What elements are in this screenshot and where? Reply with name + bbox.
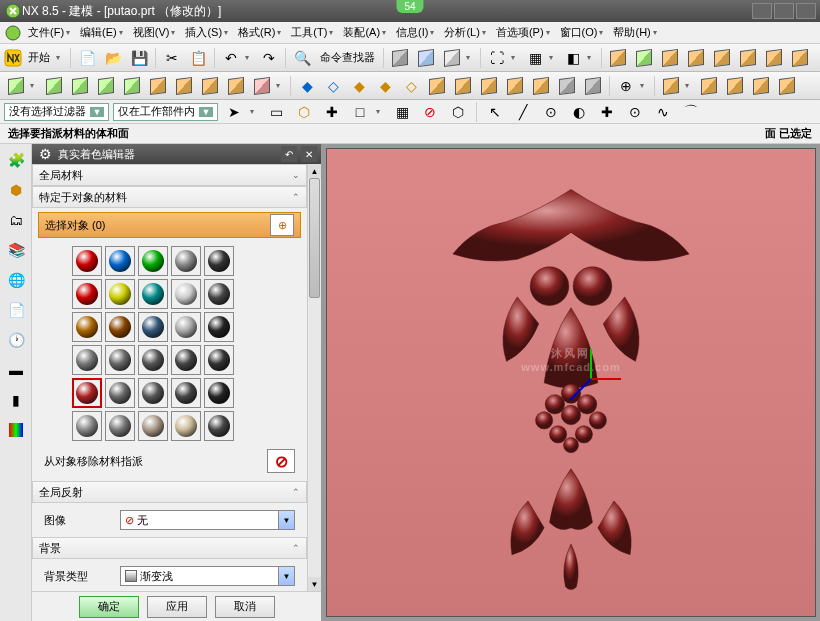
resource-constraint-icon[interactable]: ⬢ bbox=[2, 176, 30, 204]
start-dropdown[interactable]: ▾ bbox=[56, 53, 66, 62]
feat8-icon[interactable] bbox=[788, 46, 812, 70]
material-swatch[interactable] bbox=[72, 279, 102, 309]
t2-4-icon[interactable] bbox=[94, 74, 118, 98]
feat2-icon[interactable] bbox=[632, 46, 656, 70]
material-swatch[interactable] bbox=[171, 312, 201, 342]
t2-16-icon[interactable] bbox=[425, 74, 449, 98]
material-swatch[interactable] bbox=[171, 411, 201, 441]
menu-file[interactable]: 文件(F)▾ bbox=[24, 23, 74, 42]
select-object-row[interactable]: 选择对象 (0) ⊕ bbox=[38, 212, 301, 238]
material-swatch[interactable] bbox=[138, 312, 168, 342]
undo-icon[interactable]: ↶ bbox=[219, 46, 243, 70]
material-swatch[interactable] bbox=[105, 411, 135, 441]
material-swatch[interactable] bbox=[138, 345, 168, 375]
maximize-button[interactable] bbox=[774, 3, 794, 19]
dialog-undo-button[interactable]: ↶ bbox=[281, 146, 297, 162]
feat5-icon[interactable] bbox=[710, 46, 734, 70]
command-finder-icon[interactable]: 🔍 bbox=[290, 46, 314, 70]
menu-analysis[interactable]: 分析(L)▾ bbox=[440, 23, 489, 42]
material-swatch[interactable] bbox=[171, 246, 201, 276]
sf-6-icon[interactable]: ▦ bbox=[390, 100, 414, 124]
new-file-icon[interactable]: 📄 bbox=[75, 46, 99, 70]
material-swatch[interactable] bbox=[204, 345, 234, 375]
material-swatch[interactable] bbox=[72, 378, 102, 408]
resource-roles1-icon[interactable]: ▬ bbox=[2, 356, 30, 384]
material-swatch[interactable] bbox=[204, 378, 234, 408]
orient-icon[interactable]: ◧ bbox=[561, 46, 585, 70]
menu-tools[interactable]: 工具(T)▾ bbox=[287, 23, 337, 42]
material-swatch[interactable] bbox=[72, 411, 102, 441]
selection-scope-dropdown[interactable]: 仅在工作部件内▼ bbox=[113, 103, 218, 121]
t2-23-icon[interactable]: ⊕ bbox=[614, 74, 638, 98]
t2-8-icon[interactable] bbox=[198, 74, 222, 98]
t2-17-icon[interactable] bbox=[451, 74, 475, 98]
open-file-icon[interactable]: 📂 bbox=[101, 46, 125, 70]
resource-reuse-icon[interactable]: 📚 bbox=[2, 236, 30, 264]
material-swatch[interactable] bbox=[171, 378, 201, 408]
view-cube2-icon[interactable] bbox=[414, 46, 438, 70]
ok-button[interactable]: 确定 bbox=[79, 596, 139, 618]
cut-icon[interactable]: ✂ bbox=[160, 46, 184, 70]
sf-1-icon[interactable]: ➤ bbox=[222, 100, 246, 124]
t2-28-icon[interactable] bbox=[775, 74, 799, 98]
sf-10-icon[interactable]: ╱ bbox=[511, 100, 535, 124]
material-swatch[interactable] bbox=[204, 246, 234, 276]
cancel-button[interactable]: 取消 bbox=[215, 596, 275, 618]
sf-4-icon[interactable]: ✚ bbox=[320, 100, 344, 124]
menu-insert[interactable]: 插入(S)▾ bbox=[181, 23, 232, 42]
t2-26-icon[interactable] bbox=[723, 74, 747, 98]
layout-icon[interactable]: ▦ bbox=[523, 46, 547, 70]
sf-13-icon[interactable]: ✚ bbox=[595, 100, 619, 124]
sf-14-icon[interactable]: ⊙ bbox=[623, 100, 647, 124]
material-swatch[interactable] bbox=[171, 279, 201, 309]
material-swatch[interactable] bbox=[72, 246, 102, 276]
apply-button[interactable]: 应用 bbox=[147, 596, 207, 618]
material-swatch[interactable] bbox=[105, 345, 135, 375]
t2-15-icon[interactable]: ◇ bbox=[399, 74, 423, 98]
feat4-icon[interactable] bbox=[684, 46, 708, 70]
material-swatch[interactable] bbox=[138, 411, 168, 441]
t2-27-icon[interactable] bbox=[749, 74, 773, 98]
material-swatch[interactable] bbox=[105, 279, 135, 309]
t2-24-icon[interactable] bbox=[659, 74, 683, 98]
feat1-icon[interactable] bbox=[606, 46, 630, 70]
menu-format[interactable]: 格式(R)▾ bbox=[234, 23, 285, 42]
material-swatch[interactable] bbox=[138, 378, 168, 408]
t2-6-icon[interactable] bbox=[146, 74, 170, 98]
t2-7-icon[interactable] bbox=[172, 74, 196, 98]
feat7-icon[interactable] bbox=[762, 46, 786, 70]
select-target-icon[interactable]: ⊕ bbox=[270, 214, 294, 236]
image-combo[interactable]: ⊘无 ▼ bbox=[120, 510, 295, 530]
t2-21-icon[interactable] bbox=[555, 74, 579, 98]
sf-12-icon[interactable]: ◐ bbox=[567, 100, 591, 124]
t2-25-icon[interactable] bbox=[697, 74, 721, 98]
t2-5-icon[interactable] bbox=[120, 74, 144, 98]
t2-19-icon[interactable] bbox=[503, 74, 527, 98]
t2-12-icon[interactable]: ◇ bbox=[321, 74, 345, 98]
feat6-icon[interactable] bbox=[736, 46, 760, 70]
t2-14-icon[interactable]: ◆ bbox=[373, 74, 397, 98]
resource-clock-icon[interactable]: 🕐 bbox=[2, 326, 30, 354]
t2-18-icon[interactable] bbox=[477, 74, 501, 98]
material-swatch[interactable] bbox=[204, 312, 234, 342]
start-button[interactable]: 开始 bbox=[24, 50, 54, 65]
material-swatch[interactable] bbox=[105, 312, 135, 342]
resource-history-icon[interactable]: 📄 bbox=[2, 296, 30, 324]
sf-3-icon[interactable]: ⬡ bbox=[292, 100, 316, 124]
section-global-material[interactable]: 全局材料⌄ bbox=[32, 164, 307, 186]
material-swatch[interactable] bbox=[72, 312, 102, 342]
bg-type-combo[interactable]: 渐变浅 ▼ bbox=[120, 566, 295, 586]
section-global-reflection[interactable]: 全局反射⌃ bbox=[32, 481, 307, 503]
menu-view[interactable]: 视图(V)▾ bbox=[129, 23, 180, 42]
resource-roles2-icon[interactable]: ▮ bbox=[2, 386, 30, 414]
t2-9-icon[interactable] bbox=[224, 74, 248, 98]
menu-edit[interactable]: 编辑(E)▾ bbox=[76, 23, 127, 42]
redo-icon[interactable]: ↷ bbox=[257, 46, 281, 70]
dialog-scrollbar[interactable]: ▲ ▼ bbox=[307, 164, 321, 591]
menu-info[interactable]: 信息(I)▾ bbox=[392, 23, 438, 42]
selection-filter-dropdown[interactable]: 没有选择过滤器▼ bbox=[4, 103, 109, 121]
material-swatch[interactable] bbox=[72, 345, 102, 375]
sf-2-icon[interactable]: ▭ bbox=[264, 100, 288, 124]
menu-window[interactable]: 窗口(O)▾ bbox=[556, 23, 608, 42]
feat3-icon[interactable] bbox=[658, 46, 682, 70]
